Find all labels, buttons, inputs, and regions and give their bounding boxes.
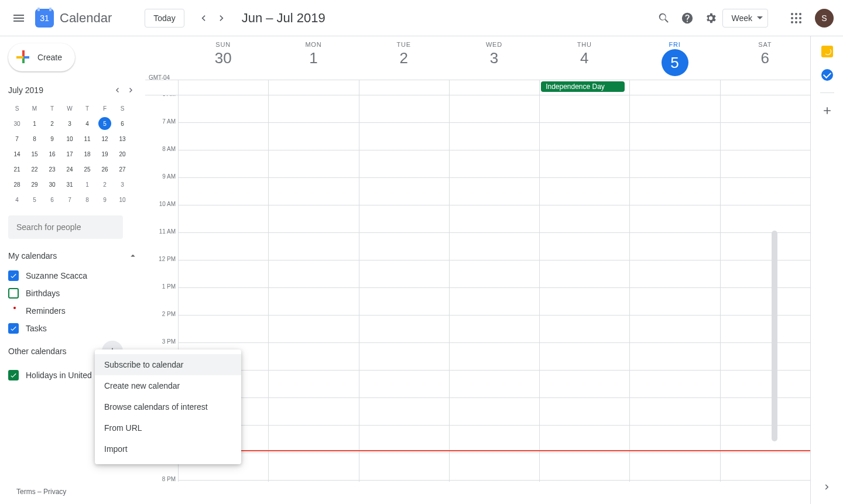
day-column-header[interactable]: TUE2 — [359, 36, 449, 80]
day-column-header[interactable]: MON1 — [268, 36, 358, 80]
mini-day[interactable]: 9 — [43, 131, 61, 146]
calendar-item[interactable]: Birthdays — [8, 284, 138, 302]
allday-event[interactable]: Independence Day — [541, 81, 625, 92]
mini-day[interactable]: 17 — [61, 146, 78, 162]
calendar-checkbox[interactable] — [8, 370, 19, 380]
view-selector[interactable]: Week — [722, 9, 768, 28]
calendar-item[interactable]: Suzanne Scacca — [8, 267, 138, 284]
mini-day[interactable]: 31 — [61, 177, 78, 192]
mini-day[interactable]: 4 — [8, 192, 26, 207]
mini-day[interactable]: 22 — [26, 162, 43, 177]
mini-day[interactable]: 11 — [78, 131, 96, 146]
mini-day[interactable]: 28 — [8, 177, 26, 192]
mini-day[interactable]: 14 — [8, 146, 26, 162]
day-column-header[interactable]: THU4 — [539, 36, 629, 80]
day-column-header[interactable]: SUN30 — [178, 36, 268, 80]
mini-day[interactable]: 5 — [96, 116, 114, 131]
main-menu-button[interactable] — [7, 6, 30, 30]
day-column[interactable] — [268, 95, 358, 482]
help-button[interactable] — [676, 6, 699, 30]
mini-day[interactable]: 26 — [96, 162, 114, 177]
context-menu-item[interactable]: Browse calendars of interest — [95, 396, 241, 417]
app-logo[interactable]: 31 — [35, 9, 54, 28]
mini-day[interactable]: 15 — [26, 146, 43, 162]
my-calendars-header[interactable]: My calendars — [8, 251, 138, 261]
day-column-header[interactable]: WED3 — [449, 36, 539, 80]
mini-day[interactable]: 25 — [78, 162, 96, 177]
mini-day[interactable]: 18 — [78, 146, 96, 162]
mini-day[interactable]: 19 — [96, 146, 114, 162]
mini-day[interactable]: 20 — [114, 146, 131, 162]
mini-day[interactable]: 7 — [8, 131, 26, 146]
mini-day[interactable]: 9 — [96, 192, 114, 207]
mini-day[interactable]: 30 — [43, 177, 61, 192]
mini-day[interactable]: 29 — [26, 177, 43, 192]
mini-day[interactable]: 2 — [43, 116, 61, 131]
keep-icon[interactable] — [821, 46, 833, 57]
day-column[interactable] — [449, 95, 539, 482]
add-addon-button[interactable] — [821, 105, 833, 119]
mini-prev-month[interactable] — [110, 83, 124, 97]
search-people-input[interactable] — [8, 215, 123, 239]
calendar-checkbox[interactable] — [8, 288, 19, 299]
mini-day[interactable]: 5 — [26, 192, 43, 207]
day-number[interactable]: 2 — [359, 49, 449, 67]
search-button[interactable] — [652, 6, 676, 30]
mini-day[interactable]: 6 — [114, 116, 131, 131]
allday-cell[interactable] — [720, 80, 810, 95]
scrollbar-thumb[interactable] — [772, 231, 777, 441]
day-number[interactable]: 30 — [178, 49, 268, 67]
mini-day[interactable]: 10 — [61, 131, 78, 146]
privacy-link[interactable]: Privacy — [43, 488, 66, 496]
mini-day[interactable]: 27 — [114, 162, 131, 177]
allday-cell[interactable] — [268, 80, 358, 95]
context-menu-item[interactable]: Import — [95, 438, 241, 460]
today-button[interactable]: Today — [145, 9, 184, 28]
hour-row[interactable]: 8 PM — [178, 481, 810, 504]
mini-day[interactable]: 21 — [8, 162, 26, 177]
calendar-item[interactable]: Reminders — [8, 302, 138, 320]
account-avatar[interactable]: S — [815, 9, 834, 28]
settings-button[interactable] — [699, 6, 722, 30]
day-number[interactable]: 1 — [268, 49, 358, 67]
scrollbar-track[interactable] — [772, 172, 777, 488]
mini-day[interactable]: 3 — [114, 177, 131, 192]
allday-cell[interactable] — [178, 80, 268, 95]
calendar-checkbox[interactable] — [8, 270, 19, 281]
day-column-header[interactable]: FRI5 — [629, 36, 719, 80]
mini-next-month[interactable] — [124, 83, 138, 97]
calendar-checkbox[interactable] — [8, 323, 19, 334]
mini-day[interactable]: 6 — [43, 192, 61, 207]
mini-day[interactable]: 4 — [78, 116, 96, 131]
day-number[interactable]: 3 — [449, 49, 539, 67]
mini-day[interactable]: 8 — [78, 192, 96, 207]
next-week-button[interactable] — [213, 9, 231, 28]
allday-cell[interactable]: Independence Day — [539, 80, 629, 95]
week-grid-scroll[interactable]: 6 AM7 AM8 AM9 AM10 AM11 AM12 PM1 PM2 PM3… — [145, 95, 810, 504]
mini-day[interactable]: 1 — [78, 177, 96, 192]
allday-cell[interactable] — [359, 80, 449, 95]
tasks-icon[interactable] — [821, 69, 833, 81]
mini-day[interactable]: 7 — [61, 192, 78, 207]
create-button[interactable]: Create — [8, 43, 75, 71]
day-column[interactable] — [359, 95, 449, 482]
allday-cell[interactable] — [629, 80, 719, 95]
day-column[interactable] — [720, 95, 810, 482]
context-menu-item[interactable]: Create new calendar — [95, 375, 241, 396]
mini-day[interactable]: 8 — [26, 131, 43, 146]
mini-day[interactable]: 13 — [114, 131, 131, 146]
mini-day[interactable]: 24 — [61, 162, 78, 177]
day-number[interactable]: 6 — [720, 49, 810, 67]
day-column[interactable] — [629, 95, 719, 482]
mini-day[interactable]: 23 — [43, 162, 61, 177]
day-number[interactable]: 4 — [539, 49, 629, 67]
day-column-header[interactable]: SAT6 — [720, 36, 810, 80]
allday-cell[interactable] — [449, 80, 539, 95]
context-menu-item[interactable]: Subscribe to calendar — [95, 354, 241, 375]
collapse-side-panel[interactable] — [822, 482, 832, 495]
mini-day[interactable]: 12 — [96, 131, 114, 146]
mini-day[interactable]: 3 — [61, 116, 78, 131]
terms-link[interactable]: Terms — [16, 488, 36, 496]
mini-day[interactable]: 16 — [43, 146, 61, 162]
mini-day[interactable]: 30 — [8, 116, 26, 131]
